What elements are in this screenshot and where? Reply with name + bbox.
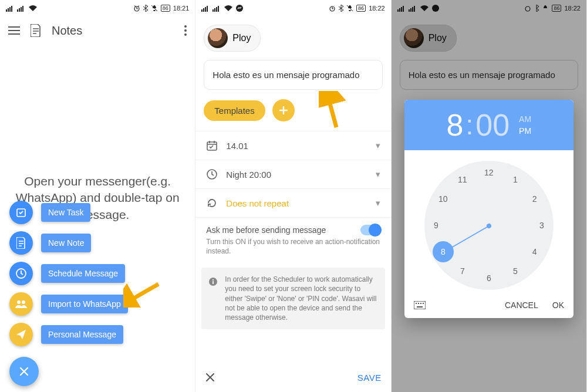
svg-rect-24 [212, 9, 214, 12]
svg-rect-20 [201, 9, 203, 12]
page-title: Notes [52, 24, 174, 38]
messenger-icon [236, 5, 243, 12]
mute-icon [346, 5, 353, 12]
task-icon [16, 207, 26, 218]
clock-text: 18:22 [369, 5, 385, 12]
annotation-arrow-icon [123, 281, 164, 307]
fab-item-new-note[interactable]: New Note [9, 231, 128, 255]
keyboard-input-icon[interactable] [414, 301, 426, 309]
bottom-bar: SAVE [195, 363, 390, 392]
svg-rect-34 [212, 279, 214, 281]
ok-button[interactable]: OK [552, 300, 564, 310]
screen-notes: 86 18:21 Notes Open your messenger(e.g. … [0, 0, 195, 392]
cancel-button[interactable] [205, 372, 215, 383]
ask-before-toggle[interactable] [360, 225, 380, 235]
svg-rect-0 [6, 9, 7, 12]
signal2-icon [212, 5, 221, 12]
fab-label: New Task [41, 203, 90, 222]
fab-label: New Note [41, 234, 91, 252]
svg-rect-11 [8, 33, 20, 35]
clock-hour-5[interactable]: 5 [508, 263, 523, 279]
alarm-icon [329, 5, 336, 12]
wifi-icon [28, 5, 38, 12]
svg-line-19 [128, 284, 158, 302]
bluetooth-icon [339, 5, 343, 12]
fab-close-button[interactable] [9, 357, 39, 386]
svg-point-13 [184, 29, 187, 32]
fab-label: Import to WhatsApp [41, 295, 128, 313]
svg-rect-51 [417, 306, 423, 307]
clock-hour-1[interactable]: 1 [508, 172, 523, 187]
svg-rect-2 [9, 7, 11, 12]
send-icon [16, 329, 26, 340]
battery-indicator: 86 [161, 5, 170, 12]
menu-icon[interactable] [8, 26, 20, 35]
templates-button[interactable]: Templates [204, 100, 265, 121]
ask-before-label: Ask me before sending message [206, 225, 360, 235]
chevron-down-icon: ▾ [376, 198, 380, 208]
message-input[interactable]: Hola esto es un mensaje programado [204, 60, 382, 90]
info-icon [208, 277, 218, 286]
clock-text: 18:21 [173, 5, 190, 12]
clock-selected-knob[interactable]: 8 [433, 241, 454, 262]
chevron-down-icon: ▾ [376, 140, 380, 151]
clock-hour-7[interactable]: 7 [455, 263, 470, 279]
svg-rect-48 [418, 303, 419, 304]
svg-rect-46 [414, 301, 426, 309]
close-icon [19, 366, 29, 377]
recipient-chip[interactable]: Ploy [204, 25, 261, 52]
clock-hand [450, 225, 489, 249]
more-icon[interactable] [184, 25, 187, 36]
svg-rect-10 [8, 30, 20, 31]
clock-icon [15, 268, 27, 279]
fab-item-personal-message[interactable]: Personal Message [9, 323, 128, 346]
avatar [208, 28, 228, 48]
clock-face[interactable]: 1212345678910118 [424, 161, 554, 290]
time-row[interactable]: Night 20:00 ▾ [195, 160, 390, 188]
date-value: 14.01 [226, 141, 367, 151]
repeat-row[interactable]: Does not repeat ▾ [195, 188, 390, 217]
fab-label: Personal Message [41, 325, 123, 344]
clock-hour-10[interactable]: 10 [436, 191, 451, 207]
picker-hour[interactable]: 8 [447, 107, 464, 143]
signal-icon [6, 5, 14, 12]
time-picker-header: 8 : 00 AM PM [404, 100, 573, 150]
svg-point-12 [184, 25, 187, 28]
time-picker-dialog: 8 : 00 AM PM 1212345678910118 CANCEL OK [404, 100, 573, 318]
date-row[interactable]: 14.01 ▾ [195, 131, 390, 160]
clock-hour-2[interactable]: 2 [527, 191, 542, 207]
screen-timepicker: 86 18:22 Ploy Hola esto es un mensaje pr… [392, 0, 587, 392]
cancel-button[interactable]: CANCEL [505, 300, 538, 310]
signal2-icon [17, 5, 25, 12]
am-toggle[interactable]: AM [519, 114, 531, 124]
svg-point-18 [22, 300, 25, 304]
clock-hour-9[interactable]: 9 [429, 218, 444, 233]
clock-hour-3[interactable]: 3 [534, 218, 549, 233]
svg-rect-7 [22, 6, 23, 12]
svg-rect-9 [8, 26, 20, 28]
people-icon [15, 299, 28, 309]
add-template-button[interactable] [272, 99, 295, 121]
svg-rect-26 [216, 7, 217, 12]
screen-schedule: 86 18:22 Ploy Hola esto es un mensaje pr… [195, 0, 391, 392]
svg-rect-4 [17, 9, 18, 12]
svg-rect-5 [19, 8, 20, 12]
clock-hour-12[interactable]: 12 [481, 165, 497, 180]
clock-icon [206, 168, 218, 180]
fab-label: Schedule Message [41, 264, 125, 283]
clock-hour-6[interactable]: 6 [481, 271, 497, 286]
svg-rect-27 [218, 6, 219, 12]
picker-minute[interactable]: 00 [475, 107, 510, 143]
clock-hour-11[interactable]: 11 [455, 172, 470, 187]
clock-hour-4[interactable]: 4 [527, 244, 542, 259]
pm-toggle[interactable]: PM [519, 126, 531, 136]
fab-item-schedule-message[interactable]: Schedule Message [9, 262, 128, 285]
save-button[interactable]: SAVE [357, 373, 382, 383]
calendar-icon [206, 140, 218, 151]
fab-item-new-task[interactable]: New Task [9, 201, 128, 224]
fab-menu: New Task New Note Schedule Message Impor… [9, 201, 128, 386]
signal-icon [201, 5, 210, 12]
note-icon [16, 237, 26, 249]
chevron-down-icon: ▾ [376, 169, 380, 180]
fab-item-import-whatsapp[interactable]: Import to WhatsApp [9, 292, 128, 316]
